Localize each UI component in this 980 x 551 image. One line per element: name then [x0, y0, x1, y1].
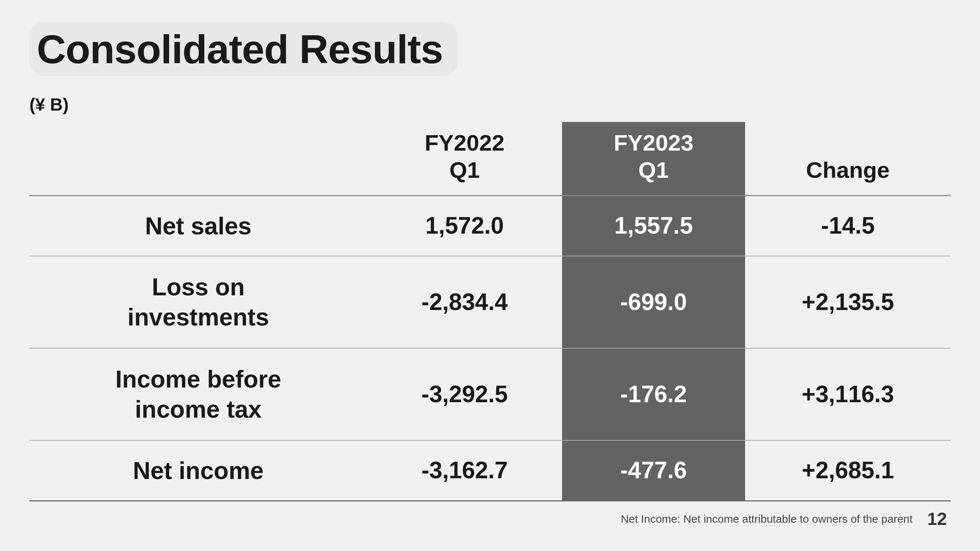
row-label-2: Income beforeincome tax [29, 348, 367, 440]
row-fy2023-0: 1,557.5 [562, 195, 745, 256]
th-fy2022: FY2022Q1 [367, 122, 562, 195]
footnote-text: Net Income: Net income attributable to o… [621, 513, 913, 525]
table-section: (¥ B) FY2022Q1 FY2023Q1 Change Net sales… [29, 94, 951, 502]
row-change-1: +2,135.5 [745, 256, 951, 348]
row-fy2023-2: -176.2 [562, 348, 745, 440]
row-fy2022-3: -3,162.7 [367, 440, 562, 501]
row-change-0: -14.5 [745, 195, 951, 256]
currency-label: (¥ B) [29, 94, 951, 114]
title-container: Consolidated Results [29, 22, 951, 76]
th-label [29, 122, 367, 195]
row-label-0: Net sales [29, 195, 367, 256]
row-change-2: +3,116.3 [745, 348, 951, 440]
row-fy2023-1: -699.0 [562, 256, 745, 348]
th-fy2023: FY2023Q1 [562, 122, 745, 195]
data-table: FY2022Q1 FY2023Q1 Change Net sales 1,572… [29, 122, 951, 502]
row-fy2022-2: -3,292.5 [367, 348, 562, 440]
table-row: Net income -3,162.7 -477.6 +2,685.1 [29, 440, 951, 501]
page-container: Consolidated Results (¥ B) FY2022Q1 FY20… [0, 0, 980, 551]
row-fy2022-1: -2,834.4 [367, 256, 562, 348]
th-change: Change [745, 122, 951, 195]
row-fy2023-3: -477.6 [562, 440, 745, 501]
row-change-3: +2,685.1 [745, 440, 951, 501]
table-row: Net sales 1,572.0 1,557.5 -14.5 [29, 195, 951, 256]
table-header-row: FY2022Q1 FY2023Q1 Change [29, 122, 951, 195]
row-fy2022-0: 1,572.0 [367, 195, 562, 256]
page-number: 12 [928, 509, 947, 529]
row-label-3: Net income [29, 440, 367, 501]
page-title: Consolidated Results [29, 22, 458, 76]
footnote-row: Net Income: Net income attributable to o… [29, 509, 951, 529]
table-row: Income beforeincome tax -3,292.5 -176.2 … [29, 348, 951, 440]
row-label-1: Loss oninvestments [29, 256, 367, 348]
table-row: Loss oninvestments -2,834.4 -699.0 +2,13… [29, 256, 951, 348]
